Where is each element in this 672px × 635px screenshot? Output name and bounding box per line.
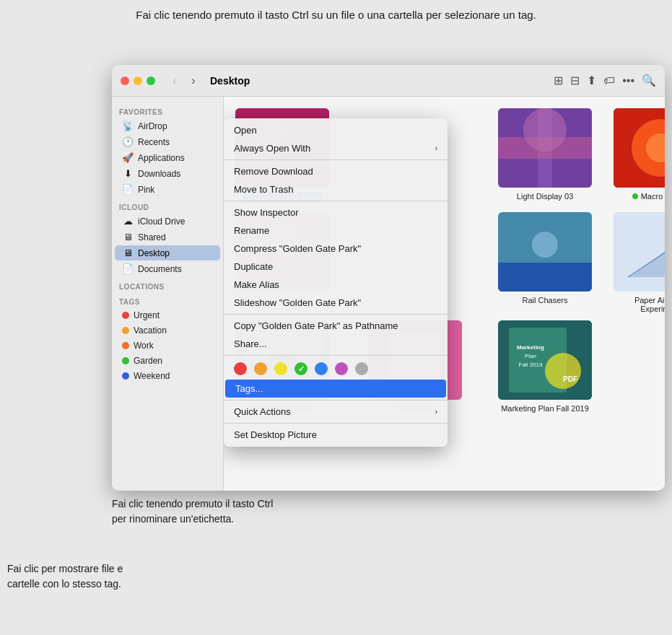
minimize-button[interactable] [134,76,142,85]
cm-open[interactable]: Open [224,121,448,139]
file-item-paper-airplane[interactable]: Paper Airplane Experiment [614,212,665,313]
svg-text:Plan: Plan [525,353,536,359]
color-blue[interactable] [315,362,328,375]
sidebar-section-tags: Tags [112,292,223,307]
search-icon[interactable]: 🔍 [642,74,656,87]
macro-flower-tag [632,193,638,199]
cm-show-inspector[interactable]: Show Inspector [224,203,448,222]
sidebar-item-tag-garden[interactable]: Garden [115,354,220,368]
pink-icon: 📄 [122,184,134,195]
sidebar-item-label: Shared [138,232,166,242]
cm-quick-actions[interactable]: Quick Actions› [224,403,448,421]
sidebar-item-documents[interactable]: 📄 Documents [115,261,220,276]
cm-make-alias[interactable]: Make Alias [224,276,448,294]
vacation-tag-dot [122,327,129,334]
share-icon[interactable]: ⬆ [587,74,596,87]
top-annotation: Fai clic tenendo premuto il tasto Ctrl s… [0,7,672,24]
sidebar-item-label: Pink [138,185,154,195]
sidebar-item-label: iCloud Drive [138,216,185,227]
sidebar-item-label: Vacation [134,325,167,336]
desktop-icon: 🖥 [122,248,134,258]
color-green[interactable] [294,362,307,375]
cm-slideshow[interactable]: Slideshow "Golden Gate Park" [224,294,448,312]
cm-rename[interactable]: Rename [224,222,448,240]
color-orange[interactable] [254,362,267,375]
file-item-marketing[interactable]: Marketing Plan Fall 2019 PDF Marketing P… [498,320,592,413]
toolbar: ‹ › Desktop ⊞ ⊟ ⬆ 🏷 ••• 🔍 [112,65,665,97]
svg-point-17 [532,232,558,258]
sidebar-item-tag-work[interactable]: Work [115,338,220,353]
cm-move-to-trash[interactable]: Move to Trash [224,180,448,198]
forward-button[interactable]: › [186,73,201,89]
cm-duplicate[interactable]: Duplicate [224,258,448,276]
fullscreen-button[interactable] [147,76,155,85]
sidebar-item-applications[interactable]: 🚀 Applications [115,150,220,165]
file-thumb-macro [614,108,665,188]
close-button[interactable] [121,76,129,85]
file-label-light: Light Display 03 [517,192,573,201]
sidebar-item-pink[interactable]: 📄 Pink [115,182,220,197]
documents-icon: 📄 [122,263,134,274]
sidebar-item-tag-urgent[interactable]: Urgent [115,308,220,323]
cm-tags[interactable]: Tags... [225,380,446,398]
file-item-light-display[interactable]: Light Display 03 [498,108,592,201]
color-red[interactable] [234,362,247,375]
applications-icon: 🚀 [122,152,134,163]
toolbar-title: Desktop [210,75,548,87]
sidebar-item-recents[interactable]: 🕐 Recents [115,134,220,149]
recents-icon: 🕐 [122,136,134,147]
sidebar-item-desktop[interactable]: 🖥 Desktop [115,245,220,260]
downloads-icon: ⬇ [122,168,134,179]
sidebar-item-shared[interactable]: 🖥 Shared [115,229,220,245]
traffic-lights [121,76,155,85]
view-grid-icon[interactable]: ⊞ [554,74,563,87]
file-label-paper: Paper Airplane Experiment [614,296,665,313]
sidebar-item-tag-vacation[interactable]: Vacation [115,323,220,338]
svg-point-8 [523,108,567,152]
file-label-rail: Rail Chasers [523,296,568,305]
tag-icon[interactable]: 🏷 [603,74,615,87]
urgent-tag-dot [122,312,129,319]
cm-share[interactable]: Share... [224,335,448,353]
content-area: Favorites 📡 AirDrop 🕐 Recents 🚀 Applicat… [112,97,665,491]
work-tag-dot [122,342,129,349]
color-purple[interactable] [335,362,348,375]
airdrop-icon: 📡 [122,121,134,131]
sidebar-item-tag-weekend[interactable]: Weekend [115,369,220,383]
context-menu[interactable]: Open Always Open With› Remove Download M… [224,118,448,447]
toolbar-actions: ⊞ ⊟ ⬆ 🏷 ••• 🔍 [554,74,656,87]
sidebar-item-label: Applications [138,153,185,163]
finder-window: ‹ › Desktop ⊞ ⊟ ⬆ 🏷 ••• 🔍 Favorites 📡 Ai… [112,65,665,491]
nav-buttons: ‹ › [167,73,201,89]
sidebar-item-downloads[interactable]: ⬇ Downloads [115,166,220,181]
back-button[interactable]: ‹ [167,73,183,89]
cm-compress[interactable]: Compress "Golden Gate Park" [224,240,448,258]
cm-copy-pathname[interactable]: Copy "Golden Gate Park" as Pathname [224,317,448,335]
bottom-annotation-left: Fai clic per mostrare file e cartelle co… [7,561,123,592]
macro-flower-label-row: Macro Flower [632,192,665,201]
file-item-macro-flower[interactable]: Macro Flower [614,108,665,201]
sidebar-section-locations: Locations [112,277,223,292]
sidebar-item-label: Weekend [134,371,170,381]
svg-rect-18 [614,212,665,292]
shared-icon: 🖥 [122,232,134,242]
file-label-marketing: Marketing Plan Fall 2019 [501,404,589,413]
sidebar-item-label: Urgent [134,310,160,320]
cm-always-open-with[interactable]: Always Open With› [224,139,448,157]
view-list-icon[interactable]: ⊟ [570,74,580,87]
file-thumb-rail [498,212,592,292]
icloud-drive-icon: ☁ [122,216,134,227]
file-item-rail-chasers[interactable]: Rail Chasers [498,212,592,305]
color-gray[interactable] [355,362,368,375]
cm-set-desktop[interactable]: Set Desktop Picture [224,426,448,444]
sidebar-item-icloud-drive[interactable]: ☁ iCloud Drive [115,214,220,229]
sidebar-item-label: Recents [138,137,170,147]
color-yellow[interactable] [274,362,287,375]
cm-remove-download[interactable]: Remove Download [224,162,448,180]
more-icon[interactable]: ••• [622,74,634,87]
file-thumb-paper [614,212,665,292]
sidebar-item-airdrop[interactable]: 📡 AirDrop [115,118,220,133]
weekend-tag-dot [122,372,129,380]
cm-sep-2 [224,201,448,201]
garden-tag-dot [122,357,129,364]
